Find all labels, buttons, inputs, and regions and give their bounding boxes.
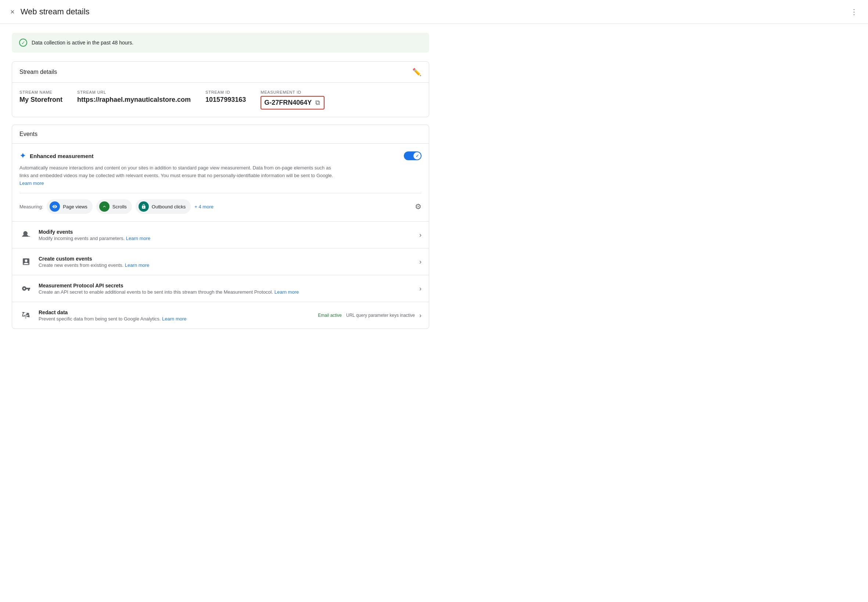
redact-data-name: Redact data — [38, 309, 318, 315]
enhanced-measurement-title: Enhanced measurement — [30, 153, 94, 159]
more-options-button[interactable]: ⋮ — [849, 6, 859, 18]
close-icon: × — [10, 8, 15, 16]
copy-measurement-id-button[interactable]: ⧉ — [314, 98, 321, 108]
close-button[interactable]: × — [9, 6, 16, 18]
scrolls-icon — [99, 201, 109, 212]
stream-url-field: STREAM URL https://raphael.mynauticalsto… — [77, 90, 191, 104]
events-title: Events — [20, 131, 37, 137]
stream-url-label: STREAM URL — [77, 90, 191, 94]
modify-events-learn-more[interactable]: Learn more — [126, 236, 150, 241]
modify-events-desc: Modify incoming events and parameters. L… — [38, 236, 419, 241]
modify-events-name: Modify events — [38, 229, 419, 235]
page-content: ✓ Data collection is active in the past … — [0, 24, 441, 338]
api-secrets-row[interactable]: Measurement Protocol API secrets Create … — [12, 275, 429, 302]
custom-events-info: Create custom events Create new events f… — [38, 256, 419, 268]
toggle-knob: ✓ — [413, 152, 421, 160]
api-secrets-right: › — [419, 285, 422, 293]
measuring-settings-icon[interactable]: ⚙ — [415, 202, 422, 211]
enhanced-measurement-section: ✦ Enhanced measurement ✓ Automatically m… — [12, 144, 429, 222]
outbound-clicks-icon — [138, 201, 149, 212]
api-secrets-learn-more[interactable]: Learn more — [275, 289, 299, 295]
outbound-clicks-chip[interactable]: Outbound clicks — [136, 199, 191, 214]
stream-details-header: Stream details ✏️ — [12, 62, 429, 83]
custom-events-desc: Create new events from existing events. … — [38, 263, 419, 268]
events-header: Events — [12, 125, 429, 144]
custom-events-chevron: › — [419, 258, 422, 266]
stream-id-label: STREAM ID — [205, 90, 246, 94]
stream-name-value: My Storefront — [20, 96, 63, 104]
stream-details-title: Stream details — [20, 69, 57, 75]
url-query-inactive-badge: URL query parameter keys inactive — [346, 313, 415, 318]
modify-events-row[interactable]: Modify events Modify incoming events and… — [12, 222, 429, 249]
edit-icon[interactable]: ✏️ — [412, 68, 422, 77]
outbound-clicks-label: Outbound clicks — [152, 204, 186, 209]
api-secrets-icon — [20, 282, 33, 295]
toggle-check-icon: ✓ — [416, 154, 419, 158]
modify-events-chevron: › — [419, 231, 422, 239]
alert-banner: ✓ Data collection is active in the past … — [12, 33, 429, 52]
page-header: × Web stream details ⋮ — [0, 0, 868, 24]
custom-events-name: Create custom events — [38, 256, 419, 262]
redact-data-info: Redact data Prevent specific data from b… — [38, 309, 318, 322]
scrolls-chip[interactable]: Scrolls — [96, 199, 132, 214]
modify-events-icon — [20, 228, 33, 241]
enhanced-measurement-header: ✦ Enhanced measurement ✓ — [20, 151, 422, 161]
more-icon: ⋮ — [850, 7, 858, 16]
redact-data-chevron: › — [419, 312, 422, 319]
custom-events-icon — [20, 255, 33, 268]
enhanced-measurement-description: Automatically measure interactions and c… — [20, 164, 336, 187]
measurement-id-container: G-27FRN4064Y ⧉ — [261, 96, 325, 109]
api-secrets-name: Measurement Protocol API secrets — [38, 283, 419, 289]
events-card: Events ✦ Enhanced measurement ✓ Automati… — [12, 124, 429, 329]
page-title: Web stream details — [21, 7, 90, 17]
modify-events-right: › — [419, 231, 422, 239]
redact-data-desc: Prevent specific data from being sent to… — [38, 316, 318, 322]
enhanced-measurement-toggle[interactable]: ✓ — [404, 151, 422, 160]
header-left: × Web stream details — [9, 6, 90, 18]
api-secrets-chevron: › — [419, 285, 422, 293]
modify-events-info: Modify events Modify incoming events and… — [38, 229, 419, 241]
enhanced-title-row: ✦ Enhanced measurement — [20, 151, 94, 161]
page-views-chip[interactable]: Page views — [47, 199, 92, 214]
api-secrets-info: Measurement Protocol API secrets Create … — [38, 283, 419, 295]
email-active-badge: Email active — [318, 313, 342, 318]
custom-events-learn-more[interactable]: Learn more — [125, 263, 149, 268]
more-measuring-link[interactable]: + 4 more — [195, 204, 213, 209]
custom-events-right: › — [419, 258, 422, 266]
measurement-id-value: G-27FRN4064Y — [264, 99, 311, 107]
sparkle-icon: ✦ — [20, 151, 26, 161]
measuring-label: Measuring: — [20, 204, 43, 209]
stream-url-value: https://raphael.mynauticalstore.com — [77, 96, 191, 104]
check-circle-icon: ✓ — [19, 38, 27, 47]
page-views-icon — [50, 201, 60, 212]
stream-id-field: STREAM ID 10157993163 — [205, 90, 246, 104]
redact-data-learn-more[interactable]: Learn more — [162, 316, 186, 322]
api-secrets-desc: Create an API secret to enable additiona… — [38, 289, 419, 295]
stream-details-card: Stream details ✏️ STREAM NAME My Storefr… — [12, 61, 429, 117]
custom-events-row[interactable]: Create custom events Create new events f… — [12, 249, 429, 275]
stream-id-value: 10157993163 — [205, 96, 246, 104]
measurement-id-label: MEASUREMENT ID — [261, 90, 325, 94]
stream-name-label: STREAM NAME — [20, 90, 63, 94]
stream-details-body: STREAM NAME My Storefront STREAM URL htt… — [12, 83, 429, 117]
page-views-label: Page views — [63, 204, 87, 209]
copy-icon: ⧉ — [315, 99, 320, 106]
redact-data-row[interactable]: Redact data Prevent specific data from b… — [12, 302, 429, 329]
measurement-id-field: MEASUREMENT ID G-27FRN4064Y ⧉ — [261, 90, 325, 109]
alert-message: Data collection is active in the past 48… — [32, 40, 133, 46]
enhanced-learn-more-link[interactable]: Learn more — [20, 180, 44, 186]
scrolls-label: Scrolls — [112, 204, 127, 209]
redact-data-icon — [20, 309, 33, 322]
redact-data-right: Email active URL query parameter keys in… — [318, 312, 422, 319]
stream-name-field: STREAM NAME My Storefront — [20, 90, 63, 104]
